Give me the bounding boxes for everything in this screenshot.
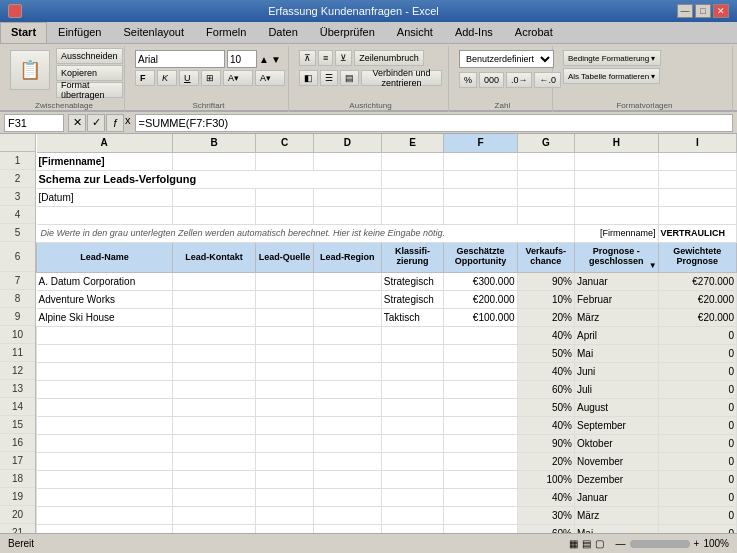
formula-input[interactable] [135, 114, 734, 132]
cell-h6[interactable]: Prognose - geschlossen▼ [575, 242, 659, 272]
cell-f15[interactable] [444, 416, 517, 434]
cell-b8[interactable] [172, 290, 256, 308]
cell-e16[interactable] [381, 434, 444, 452]
cell-f11[interactable] [444, 344, 517, 362]
format-painter-button[interactable]: Format übertragen [56, 82, 123, 98]
cell-e14[interactable] [381, 398, 444, 416]
cell-c4[interactable] [256, 206, 313, 224]
italic-button[interactable]: K [157, 70, 177, 86]
cell-b20[interactable] [172, 506, 256, 524]
cell-a11[interactable] [37, 344, 173, 362]
cell-g2[interactable] [517, 170, 574, 188]
font-size-input[interactable] [227, 50, 257, 68]
cell-d18[interactable] [313, 470, 381, 488]
cell-f7[interactable]: €300.000 [444, 272, 517, 290]
tab-start[interactable]: Start [0, 22, 47, 43]
cell-c16[interactable] [256, 434, 313, 452]
col-header-g[interactable]: G [517, 134, 574, 152]
cell-h11[interactable]: Mai [575, 344, 659, 362]
cell-e17[interactable] [381, 452, 444, 470]
cell-a20[interactable] [37, 506, 173, 524]
font-size-up[interactable]: ▲ [259, 54, 269, 65]
cell-c21[interactable] [256, 524, 313, 533]
border-button[interactable]: ⊞ [201, 70, 221, 86]
cell-f12[interactable] [444, 362, 517, 380]
col-header-a[interactable]: A [37, 134, 173, 152]
cell-g4[interactable] [517, 206, 574, 224]
cell-i13[interactable]: 0 [658, 380, 736, 398]
cell-a10[interactable] [37, 326, 173, 344]
thousands-button[interactable]: 000 [479, 72, 504, 88]
underline-button[interactable]: U [179, 70, 199, 86]
col-header-i[interactable]: I [658, 134, 736, 152]
tab-formeln[interactable]: Formeln [195, 22, 257, 43]
cell-c11[interactable] [256, 344, 313, 362]
cell-c14[interactable] [256, 398, 313, 416]
cell-a19[interactable] [37, 488, 173, 506]
cell-c9[interactable] [256, 308, 313, 326]
cell-e2[interactable] [381, 170, 444, 188]
cell-e13[interactable] [381, 380, 444, 398]
cell-e12[interactable] [381, 362, 444, 380]
cell-b9[interactable] [172, 308, 256, 326]
cell-i16[interactable]: 0 [658, 434, 736, 452]
cell-a14[interactable] [37, 398, 173, 416]
cell-f10[interactable] [444, 326, 517, 344]
col-header-h[interactable]: H [575, 134, 659, 152]
cell-f21[interactable] [444, 524, 517, 533]
cell-h7[interactable]: Januar [575, 272, 659, 290]
cell-e10[interactable] [381, 326, 444, 344]
cell-a6[interactable]: Lead-Name [37, 242, 173, 272]
decimal-inc-button[interactable]: .0→ [506, 72, 533, 88]
zoom-out-button[interactable]: — [616, 538, 626, 549]
cell-a3[interactable]: [Datum] [37, 188, 173, 206]
conditional-format-button[interactable]: Bedingte Formatierung ▾ [563, 50, 661, 66]
cell-c7[interactable] [256, 272, 313, 290]
cell-h21[interactable]: Mai [575, 524, 659, 533]
col-header-f[interactable]: F [444, 134, 517, 152]
cell-g17[interactable]: 20% [517, 452, 574, 470]
cell-h13[interactable]: Juli [575, 380, 659, 398]
cell-f17[interactable] [444, 452, 517, 470]
cell-i14[interactable]: 0 [658, 398, 736, 416]
cell-b6[interactable]: Lead-Kontakt [172, 242, 256, 272]
cell-d13[interactable] [313, 380, 381, 398]
cell-c8[interactable] [256, 290, 313, 308]
percent-button[interactable]: % [459, 72, 477, 88]
align-left-button[interactable]: ◧ [299, 70, 318, 86]
cell-c6[interactable]: Lead-Quelle [256, 242, 313, 272]
cell-i10[interactable]: 0 [658, 326, 736, 344]
cell-h10[interactable]: April [575, 326, 659, 344]
cell-i8[interactable]: €20.000 [658, 290, 736, 308]
cell-c13[interactable] [256, 380, 313, 398]
cell-d14[interactable] [313, 398, 381, 416]
bold-button[interactable]: F [135, 70, 155, 86]
cell-reference[interactable] [4, 114, 64, 132]
cell-g8[interactable]: 10% [517, 290, 574, 308]
cell-b11[interactable] [172, 344, 256, 362]
cell-e7[interactable]: Strategisch [381, 272, 444, 290]
cell-g13[interactable]: 60% [517, 380, 574, 398]
cell-h1[interactable] [575, 152, 659, 170]
cell-h2[interactable] [575, 170, 659, 188]
cell-d16[interactable] [313, 434, 381, 452]
cell-a17[interactable] [37, 452, 173, 470]
cell-h14[interactable]: August [575, 398, 659, 416]
cell-g12[interactable]: 40% [517, 362, 574, 380]
cell-d7[interactable] [313, 272, 381, 290]
cell-f2[interactable] [444, 170, 517, 188]
cell-g20[interactable]: 30% [517, 506, 574, 524]
cell-f20[interactable] [444, 506, 517, 524]
cell-e18[interactable] [381, 470, 444, 488]
cell-i2[interactable] [658, 170, 736, 188]
tab-ansicht[interactable]: Ansicht [386, 22, 444, 43]
cell-d4[interactable] [313, 206, 381, 224]
cell-a9[interactable]: Alpine Ski House [37, 308, 173, 326]
cell-h8[interactable]: Februar [575, 290, 659, 308]
tab-daten[interactable]: Daten [257, 22, 308, 43]
cut-button[interactable]: Ausschneiden [56, 48, 123, 64]
cell-i9[interactable]: €20.000 [658, 308, 736, 326]
insert-function-button[interactable]: f [106, 114, 124, 132]
cell-a21[interactable] [37, 524, 173, 533]
cell-h4[interactable] [575, 206, 659, 224]
